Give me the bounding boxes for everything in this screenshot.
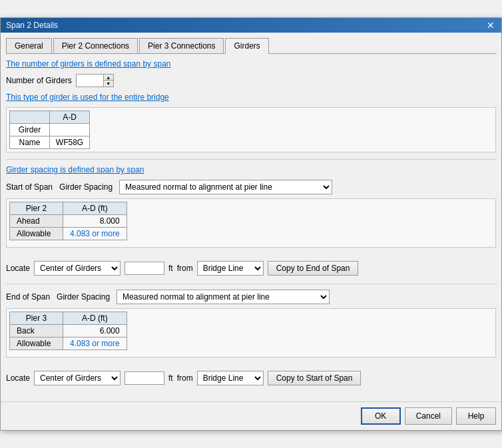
girder-row1-value (50, 124, 90, 136)
girder-type-link[interactable]: This type of girder is used for the enti… (6, 93, 496, 102)
girders-tab-content: The number of girders is defined span by… (6, 59, 496, 385)
start-from-dropdown[interactable]: Bridge Line (197, 261, 264, 276)
start-pier-row1-label: Ahead (10, 215, 63, 228)
end-pier-table-box: Pier 3 A-D (ft) Back 6.000 Allowable (6, 308, 496, 357)
end-pier-row1-value: 6.000 (63, 325, 127, 337)
start-pier-row1-value: 8.000 (63, 215, 127, 228)
start-pier-table-box: Pier 2 A-D (ft) Ahead 8.000 Allowable (6, 198, 496, 248)
spinner-down[interactable]: ▼ (104, 81, 113, 87)
spinner-up[interactable]: ▲ (104, 75, 113, 81)
start-pier-col-header: A-D (ft) (63, 202, 127, 215)
girder-row2-value: WF58G (50, 136, 90, 149)
tab-general[interactable]: General (6, 38, 52, 53)
girder-spacing-link[interactable]: Girder spacing is defined span by span (6, 165, 496, 174)
end-spacing-dropdown[interactable]: Measured normal to alignment at pier lin… (117, 290, 330, 304)
main-window: Span 2 Details ✕ General Pier 2 Connecti… (0, 17, 502, 431)
end-of-span-header: End of Span Girder Spacing Measured norm… (6, 290, 496, 304)
tab-girders[interactable]: Girders (225, 38, 268, 54)
copy-to-start-button[interactable]: Copy to Start of Span (268, 371, 362, 385)
dialog-content: General Pier 2 Connections Pier 3 Connec… (1, 33, 501, 399)
end-locate-row: Locate Center of Girders 0.000 ft from B… (6, 371, 496, 385)
start-girder-spacing-label: Girder Spacing (59, 182, 113, 192)
start-locate-dropdown[interactable]: Center of Girders (34, 261, 121, 276)
start-ft-input[interactable]: 0.000 (125, 262, 164, 275)
ok-button[interactable]: OK (361, 407, 401, 425)
girder-row1-label: Girder (10, 124, 50, 136)
end-pier-row1-label: Back (10, 325, 63, 337)
cancel-button[interactable]: Cancel (405, 407, 452, 425)
start-pier-header: Pier 2 (10, 202, 63, 215)
start-pier-row2-label: Allowable (10, 228, 63, 240)
spinner-buttons: ▲ ▼ (103, 75, 113, 87)
end-pier-header: Pier 3 (10, 312, 63, 325)
start-from-label: from (177, 264, 193, 273)
start-locate-label: Locate (6, 264, 30, 273)
girder-table: A-D Girder Name WF58G (9, 111, 90, 149)
end-locate-label: Locate (6, 373, 30, 383)
start-pier-row2-value: 4.083 or more (63, 228, 127, 240)
divider2 (6, 284, 496, 284)
tab-pier2[interactable]: Pier 2 Connections (53, 38, 138, 53)
start-spacing-dropdown[interactable]: Measured normal to alignment at pier lin… (119, 180, 332, 194)
girder-type-section: A-D Girder Name WF58G (6, 107, 496, 152)
num-girders-row: Number of Girders 4 ▲ ▼ (6, 74, 496, 87)
start-of-span-section: Start of Span Girder Spacing Measured no… (6, 180, 496, 276)
end-of-span-label: End of Span (6, 292, 50, 302)
tab-pier3[interactable]: Pier 3 Connections (139, 38, 224, 53)
end-pier-table: Pier 3 A-D (ft) Back 6.000 Allowable (9, 312, 127, 350)
tab-bar: General Pier 2 Connections Pier 3 Connec… (6, 38, 496, 54)
end-from-label: from (177, 373, 193, 383)
start-pier-table: Pier 2 A-D (ft) Ahead 8.000 Allowable (9, 202, 127, 240)
window-title: Span 2 Details (6, 21, 58, 30)
help-button[interactable]: Help (456, 407, 496, 425)
copy-to-end-button[interactable]: Copy to End of Span (268, 261, 359, 276)
num-girders-input[interactable]: 4 (77, 75, 103, 86)
num-girders-spinner[interactable]: 4 ▲ ▼ (76, 74, 114, 87)
num-girders-link[interactable]: The number of girders is defined span by… (6, 59, 496, 69)
end-girder-spacing-label: Girder Spacing (57, 292, 110, 302)
divider1 (6, 159, 496, 160)
end-ft-unit: ft (168, 373, 173, 383)
end-pier-col-header: A-D (ft) (63, 312, 127, 325)
close-button[interactable]: ✕ (485, 21, 496, 30)
start-of-span-header: Start of Span Girder Spacing Measured no… (6, 180, 496, 194)
end-locate-dropdown[interactable]: Center of Girders (34, 371, 121, 385)
start-locate-row: Locate Center of Girders 0.000 ft from B… (6, 261, 496, 276)
girder-col-header-ad: A-D (50, 111, 90, 124)
title-bar: Span 2 Details ✕ (1, 18, 501, 33)
end-ft-input[interactable]: 0.000 (125, 371, 164, 385)
start-of-span-label: Start of Span (6, 182, 53, 192)
dialog-footer: OK Cancel Help (1, 401, 501, 430)
girder-col-header-blank (10, 111, 50, 124)
num-girders-label: Number of Girders (6, 76, 72, 85)
girder-row2-label: Name (10, 136, 50, 149)
end-from-dropdown[interactable]: Bridge Line (197, 371, 264, 385)
end-of-span-section: End of Span Girder Spacing Measured norm… (6, 290, 496, 385)
end-pier-row2-value: 4.083 or more (63, 337, 127, 350)
end-pier-row2-label: Allowable (10, 337, 63, 350)
start-ft-unit: ft (168, 264, 173, 273)
